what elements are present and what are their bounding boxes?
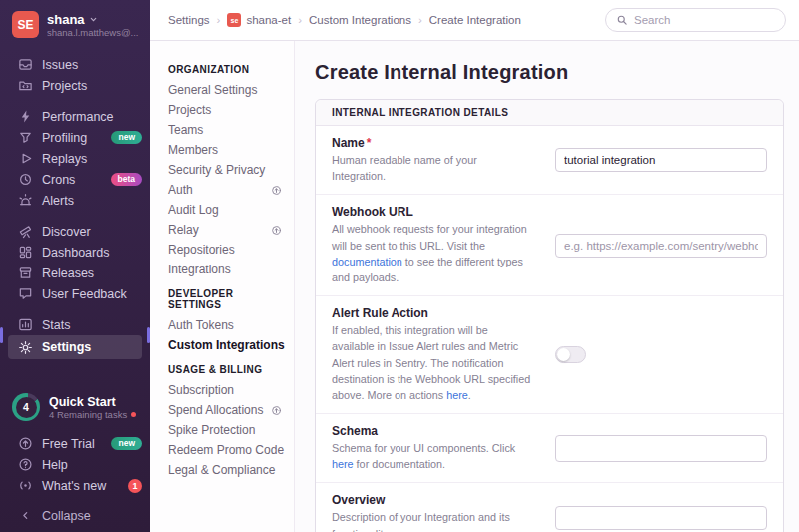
webhook-url-input[interactable] [555,234,767,258]
sidebar-item-label: Alerts [42,194,74,208]
breadcrumb-custom-integrations[interactable]: Custom Integrations [309,14,411,26]
sidebar-item-label: Help [42,458,68,472]
settings-nav-security-privacy[interactable]: Security & Privacy [168,160,288,180]
settings-nav-general-settings[interactable]: General Settings [168,80,288,100]
user-name: shana [47,12,85,27]
user-email: shana.l.matthews@... [47,27,139,38]
chevron-left-icon [18,509,33,522]
sidebar-item-whats-new[interactable]: What's new 1 [0,475,150,496]
alert-rule-action-label: Alert Rule Action [332,306,533,320]
settings-nav-audit-log[interactable]: Audit Log [168,200,288,220]
settings-nav-spike-protection[interactable]: Spike Protection [168,420,288,440]
org-avatar-small: se [227,13,241,27]
toggle-knob [557,348,570,361]
sidebar-item-projects[interactable]: Projects [0,75,150,96]
quick-start-subtext: 4 Remaining tasks [49,409,127,420]
breadcrumb-chevron-icon: › [418,14,422,26]
name-input[interactable] [555,148,767,172]
quick-start-label: Quick Start [49,395,136,409]
chevron-down-icon [89,15,98,24]
sidebar-item-dashboards[interactable]: Dashboards [0,242,150,263]
settings-nav-section-title: DEVELOPER SETTINGS [168,288,288,310]
quick-start-progress-ring: 4 [12,393,40,421]
sidebar-item-label: Settings [42,340,91,354]
sidebar-item-crons[interactable]: Crons beta [0,169,150,190]
settings-nav-teams[interactable]: Teams [168,120,288,140]
settings-nav-section-title: ORGANIZATION [168,64,288,75]
webhook-url-help: All webhook requests for your integratio… [332,221,533,285]
siren-icon [18,193,33,208]
breadcrumb-chevron-icon: › [217,14,221,26]
breadcrumb-chevron-icon: › [298,14,302,26]
sidebar-item-label: Collapse [42,509,91,523]
sidebar-item-label: Performance [42,110,114,124]
projects-icon [18,78,33,93]
sidebar-item-user-feedback[interactable]: User Feedback [0,283,150,304]
schema-field-row: Schema Schema for your UI components. Cl… [316,414,783,483]
issues-icon [18,57,33,72]
schema-help: Schema for your UI components. Click her… [332,440,533,472]
sidebar-item-profiling[interactable]: Profiling new [0,127,150,148]
alert-rule-action-toggle[interactable] [555,346,586,363]
beta-badge: beta [111,173,142,186]
search-input[interactable] [634,14,775,26]
search-box[interactable] [605,8,786,32]
quick-start-item[interactable]: 4 Quick Start 4 Remaining tasks [0,385,150,433]
settings-nav-relay[interactable]: Relay [168,220,288,240]
sidebar-item-free-trial[interactable]: Free Trial new [0,433,150,454]
notification-count-badge: 1 [128,479,142,493]
archive-icon [18,266,33,280]
settings-nav-subscription[interactable]: Subscription [168,380,288,400]
schema-label: Schema [332,424,533,438]
sidebar-collapse-button[interactable]: Collapse [0,505,150,526]
quick-start-count: 4 [16,397,37,418]
lightning-icon [18,109,33,124]
profiling-icon [18,130,33,145]
sidebar-item-issues[interactable]: Issues [0,54,150,75]
breadcrumb-settings[interactable]: Settings [168,14,210,26]
documentation-link[interactable]: documentation [332,256,402,267]
settings-nav-redeem-promo-code[interactable]: Redeem Promo Code [168,440,288,460]
settings-nav-projects[interactable]: Projects [168,100,288,120]
settings-nav-integrations[interactable]: Integrations [168,260,288,279]
breadcrumb: Settings › se shana-et › Custom Integrat… [168,13,521,27]
sidebar-item-stats[interactable]: Stats [0,314,150,335]
sidebar-item-label: Replays [42,152,87,166]
schema-here-link[interactable]: here [332,458,354,470]
webhook-url-label: Webhook URL [332,205,533,219]
settings-nav-auth[interactable]: Auth [168,180,288,200]
sidebar-item-settings[interactable]: Settings [8,335,142,359]
question-circle-icon [18,457,33,472]
sidebar-item-label: Stats [42,318,71,332]
breadcrumb-org[interactable]: se shana-et [227,13,291,27]
settings-nav-custom-integrations[interactable]: Custom Integrations [168,335,288,355]
telescope-icon [18,224,33,239]
actions-here-link[interactable]: here [446,389,468,401]
sidebar-item-releases[interactable]: Releases [0,263,150,283]
sidebar-item-alerts[interactable]: Alerts [0,190,150,211]
top-header: Settings › se shana-et › Custom Integrat… [150,0,799,41]
org-avatar: SE [12,11,39,38]
org-switcher[interactable]: SE shana shana.l.matthews@... [0,0,150,47]
gear-icon [18,340,33,355]
sidebar-item-label: Crons [42,173,75,187]
settings-nav-legal-compliance[interactable]: Legal & Compliance [168,460,288,480]
sidebar-item-discover[interactable]: Discover [0,221,150,242]
sidebar-item-label: Free Trial [42,437,95,451]
schema-input[interactable] [555,435,767,462]
panel-header: INTERNAL INTEGRATION DETAILS [316,100,783,126]
settings-nav-spend-allocations[interactable]: Spend Allocations [168,400,288,420]
overview-input[interactable] [555,506,767,530]
webhook-url-field-row: Webhook URL All webhook requests for you… [316,195,783,296]
broadcast-icon [18,478,33,493]
dashboard-grid-icon [18,245,33,260]
settings-nav-auth-tokens[interactable]: Auth Tokens [168,315,288,335]
settings-nav-repositories[interactable]: Repositories [168,240,288,260]
sidebar-item-help[interactable]: Help [0,454,150,475]
name-field-row: Name* Human readable name of your Integr… [316,126,783,195]
sidebar-item-performance[interactable]: Performance [0,106,150,127]
settings-nav-members[interactable]: Members [168,140,288,160]
sidebar-item-replays[interactable]: Replays [0,148,150,169]
upgrade-arrow-icon [271,405,282,416]
primary-sidebar: SE shana shana.l.matthews@... Issues Pro… [0,0,150,532]
